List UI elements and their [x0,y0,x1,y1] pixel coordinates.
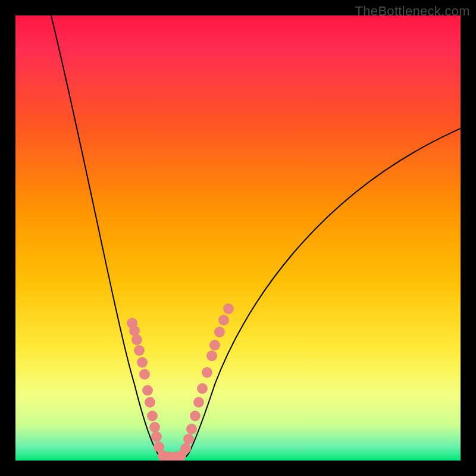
chart-area [15,15,461,461]
data-dot [145,397,155,408]
data-dot [170,452,180,461]
data-dot [206,350,217,361]
data-dot [134,345,145,356]
data-dot [158,450,168,461]
data-dot [197,383,208,394]
data-dot [209,340,220,350]
watermark: TheBottleneck.com [355,4,470,19]
data-dot [183,434,194,444]
data-dot [214,327,225,337]
data-dot [131,334,142,345]
data-dot [127,318,137,328]
data-dot [180,443,191,454]
data-dot [149,422,160,433]
curve-left [51,15,164,461]
data-dot [154,441,164,452]
data-dot [202,367,212,378]
data-dot [142,385,153,396]
chart-svg [15,15,461,461]
data-dot [190,411,201,421]
data-dots [127,303,234,461]
data-dot [223,303,234,314]
data-dot [218,315,229,325]
data-dot [137,357,148,368]
data-dot [186,424,197,434]
data-dot [147,411,158,421]
data-dot [193,397,204,408]
data-dot [164,452,174,461]
data-dot [151,431,162,442]
data-dot [176,450,186,461]
curve-right [182,129,461,461]
data-dot [139,369,150,380]
data-dot [129,325,140,336]
